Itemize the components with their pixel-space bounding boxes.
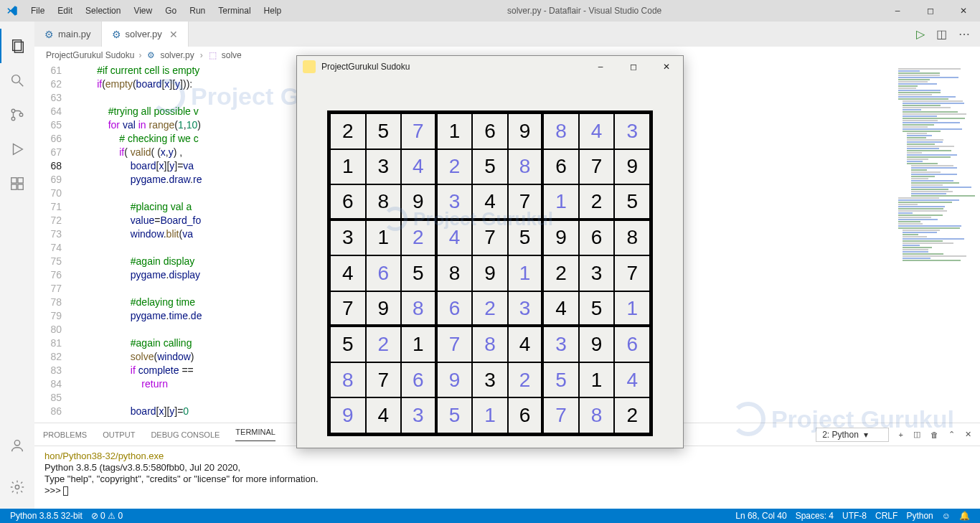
sudoku-cell-6-1: 2 xyxy=(366,326,402,362)
sudoku-cell-7-8: 4 xyxy=(614,362,650,398)
sudoku-cell-8-7: 8 xyxy=(579,397,615,433)
close-tab-icon[interactable]: ✕ xyxy=(169,29,178,40)
tab-solver-py[interactable]: ⚙solver.py✕ xyxy=(102,22,189,47)
sudoku-window[interactable]: ProjectGurukul Sudoku – ◻ ✕ 257169843134… xyxy=(296,55,684,448)
status-bar: Python 3.8.5 32-bit ⊘ 0 ⚠ 0 Ln 68, Col 4… xyxy=(0,509,980,523)
sudoku-cell-7-6: 5 xyxy=(543,362,579,398)
sudoku-cell-6-4: 8 xyxy=(472,326,508,362)
sudoku-board: 2571698431342586796893471253124759684658… xyxy=(327,110,653,436)
sudoku-cell-1-3: 2 xyxy=(437,149,473,185)
settings-gear-icon[interactable] xyxy=(0,470,34,504)
menu-run[interactable]: Run xyxy=(183,6,212,16)
sudoku-cell-2-8: 5 xyxy=(614,184,650,220)
panel-close-icon[interactable]: ✕ xyxy=(965,430,971,439)
status-bell-icon[interactable]: 🔔 xyxy=(955,511,974,521)
sudoku-cell-6-7: 9 xyxy=(579,326,615,362)
sudoku-cell-3-5: 5 xyxy=(508,220,544,256)
tab-main-py[interactable]: ⚙main.py xyxy=(34,22,102,47)
status-feedback-icon[interactable]: ☺ xyxy=(938,511,955,521)
sudoku-cell-2-2: 9 xyxy=(401,184,437,220)
terminal-body[interactable]: hon/Python38-32/python.exePython 3.8.5 (… xyxy=(34,446,980,509)
breadcrumb-root[interactable]: ProjectGurukul Sudoku xyxy=(44,50,136,60)
status-indent[interactable]: Spaces: 4 xyxy=(791,511,838,521)
maximize-button[interactable]: ◻ xyxy=(914,0,947,22)
sudoku-cell-1-5: 8 xyxy=(508,149,544,185)
sudoku-cell-5-7: 5 xyxy=(579,291,615,327)
sudoku-cell-0-5: 9 xyxy=(508,113,544,149)
menu-help[interactable]: Help xyxy=(258,6,288,16)
status-position[interactable]: Ln 68, Col 40 xyxy=(731,511,791,521)
python-file-icon: ⚙ xyxy=(112,29,121,40)
status-language[interactable]: Python xyxy=(902,511,937,521)
svg-point-13 xyxy=(15,485,19,489)
svg-point-5 xyxy=(11,117,15,121)
sudoku-cell-7-7: 1 xyxy=(579,362,615,398)
panel-up-icon[interactable]: ⌃ xyxy=(948,430,955,439)
menu-go[interactable]: Go xyxy=(159,6,183,16)
line-gutter: 6162636465666768697071727374757677787980… xyxy=(34,64,75,423)
panel-tab-terminal[interactable]: TERMINAL xyxy=(235,428,275,441)
breadcrumb-file[interactable]: ⚙solver.py xyxy=(144,50,197,60)
status-python[interactable]: Python 3.8.5 32-bit xyxy=(6,511,87,521)
run-file-icon[interactable]: ▷ xyxy=(916,27,925,41)
sudoku-cell-8-1: 4 xyxy=(366,397,402,433)
svg-rect-11 xyxy=(18,184,23,189)
menu-edit[interactable]: Edit xyxy=(51,6,79,16)
sudoku-minimize-button[interactable]: – xyxy=(584,56,617,77)
sudoku-cell-8-2: 3 xyxy=(401,397,437,433)
minimize-button[interactable]: – xyxy=(881,0,914,22)
sudoku-cell-2-6: 1 xyxy=(543,184,579,220)
sudoku-titlebar[interactable]: ProjectGurukul Sudoku – ◻ ✕ xyxy=(297,56,683,77)
sudoku-close-button[interactable]: ✕ xyxy=(650,56,683,77)
menu-selection[interactable]: Selection xyxy=(79,6,127,16)
panel-tab-debug-console[interactable]: DEBUG CONSOLE xyxy=(151,430,220,439)
source-control-icon[interactable] xyxy=(0,98,34,132)
sudoku-cell-7-0: 8 xyxy=(330,362,366,398)
more-actions-icon[interactable]: ⋯ xyxy=(958,27,970,41)
accounts-icon[interactable] xyxy=(0,428,34,463)
status-encoding[interactable]: UTF-8 xyxy=(838,511,871,521)
menu-view[interactable]: View xyxy=(127,6,159,16)
split-editor-icon[interactable]: ◫ xyxy=(936,27,947,41)
tabs-bar: ⚙main.py⚙solver.py✕ ▷ ◫ ⋯ xyxy=(34,22,980,47)
sudoku-cell-7-5: 2 xyxy=(508,362,544,398)
split-terminal-icon[interactable]: ◫ xyxy=(913,430,920,439)
menu-terminal[interactable]: Terminal xyxy=(212,6,257,16)
breadcrumb-symbol[interactable]: ⬚solve xyxy=(206,50,245,60)
window-controls: – ◻ ✕ xyxy=(881,0,980,22)
sudoku-maximize-button[interactable]: ◻ xyxy=(617,56,650,77)
status-problems[interactable]: ⊘ 0 ⚠ 0 xyxy=(87,511,127,521)
sudoku-cell-5-2: 8 xyxy=(401,291,437,327)
sudoku-cell-0-2: 7 xyxy=(401,113,437,149)
sudoku-cell-8-0: 9 xyxy=(330,397,366,433)
sudoku-cell-5-0: 7 xyxy=(330,291,366,327)
terminal-select[interactable]: 2: Python ▾ xyxy=(816,428,888,442)
sudoku-cell-3-8: 8 xyxy=(614,220,650,256)
kill-terminal-icon[interactable]: 🗑 xyxy=(930,430,938,439)
extensions-icon[interactable] xyxy=(0,166,34,201)
titlebar: FileEditSelectionViewGoRunTerminalHelp s… xyxy=(0,0,980,22)
sudoku-cell-6-2: 1 xyxy=(401,326,437,362)
sudoku-cell-3-3: 4 xyxy=(437,220,473,256)
activity-bar xyxy=(0,22,34,509)
sudoku-cell-4-3: 8 xyxy=(437,255,473,291)
explorer-icon[interactable] xyxy=(0,29,34,63)
panel-tab-problems[interactable]: PROBLEMS xyxy=(43,430,87,439)
search-icon[interactable] xyxy=(0,63,34,98)
sudoku-cell-5-3: 6 xyxy=(437,291,473,327)
minimap[interactable] xyxy=(894,64,980,423)
sudoku-cell-0-7: 4 xyxy=(579,113,615,149)
sudoku-cell-3-2: 2 xyxy=(401,220,437,256)
status-eol[interactable]: CRLF xyxy=(871,511,902,521)
sudoku-cell-7-2: 6 xyxy=(401,362,437,398)
sudoku-cell-5-8: 1 xyxy=(614,291,650,327)
code-content[interactable]: #if current cell is empty if(empty(board… xyxy=(75,64,202,423)
sudoku-cell-4-5: 1 xyxy=(508,255,544,291)
new-terminal-icon[interactable]: + xyxy=(899,430,903,439)
sudoku-cell-0-3: 1 xyxy=(437,113,473,149)
panel-tab-output[interactable]: OUTPUT xyxy=(103,430,135,439)
run-debug-icon[interactable] xyxy=(0,132,34,166)
menu-file[interactable]: File xyxy=(24,6,51,16)
close-button[interactable]: ✕ xyxy=(947,0,980,22)
sudoku-cell-6-6: 3 xyxy=(543,326,579,362)
